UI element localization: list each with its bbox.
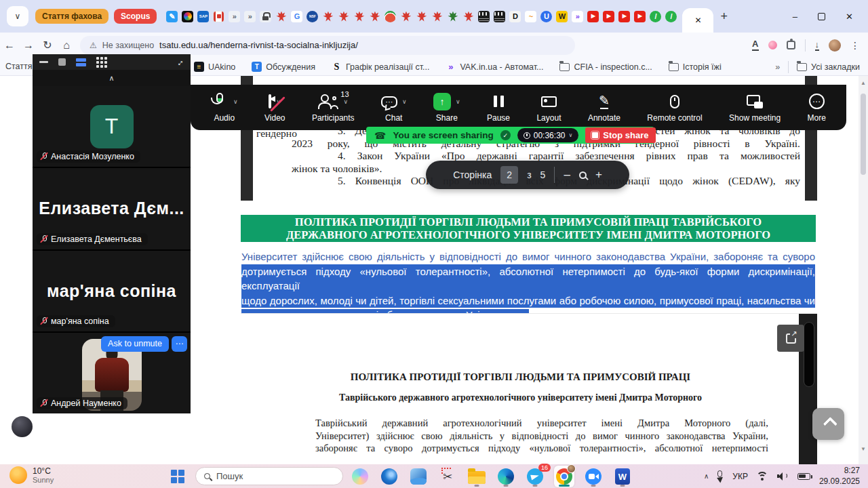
clock-widget[interactable]: 8:27 29.09.2025	[819, 466, 860, 487]
tab-favicon[interactable]: ~	[525, 11, 536, 22]
bookmark-partial[interactable]: Стаття	[5, 62, 33, 71]
tab-favicon[interactable]: »	[572, 11, 583, 22]
participant-tile[interactable]: Ask to unmute⋯Андрей Науменко	[33, 333, 191, 413]
reload-icon[interactable]: ↻	[38, 39, 57, 52]
tab-favicon[interactable]: /	[665, 11, 677, 22]
taskbar-app-thunderbird[interactable]	[379, 466, 399, 487]
scrollbar-thumb[interactable]	[861, 94, 866, 175]
tray-overflow-icon[interactable]: ∧	[704, 472, 709, 480]
wifi-icon[interactable]	[757, 472, 768, 481]
maple-leaf-icon[interactable]	[275, 11, 287, 22]
bookmark-item[interactable]: TОбсуждения	[252, 62, 315, 72]
stop-share-button[interactable]: Stop share	[585, 127, 655, 143]
meeting-timer[interactable]: 00:36:30 ∨	[517, 128, 579, 142]
scrollbar-down-icon[interactable]: ▼	[861, 446, 866, 452]
tab-group-scopus[interactable]: Scopus	[114, 9, 157, 24]
participant-tile[interactable]: TАнастасія Мозуленко	[33, 86, 191, 168]
start-button[interactable]	[171, 470, 184, 483]
embedded-pdf-viewer[interactable]: ПОЛІТИКА ПРОТИДІЇ ТОРГІВЛІ ЛЮДЬМИ ТА ПРИ…	[241, 313, 817, 464]
tab-favicon[interactable]: W	[556, 11, 568, 22]
window-minimize-button[interactable]: –	[793, 12, 797, 22]
tab-favicon[interactable]: ▶	[587, 11, 599, 22]
browser-menu-icon[interactable]: ⋮	[850, 40, 860, 51]
tab-favicon[interactable]: SAP	[197, 11, 209, 22]
toolbar-chat-button[interactable]: ⋯∨Chat	[381, 93, 407, 123]
tab-favicon[interactable]: ▶	[634, 11, 646, 22]
extension-pink-icon[interactable]	[768, 41, 777, 49]
taskbar-app-word[interactable]: W	[612, 466, 633, 487]
bookmark-item[interactable]: »VAK.in.ua - Автомат...	[446, 62, 543, 72]
chevron-down-icon[interactable]: ∨	[233, 98, 238, 105]
bookmark-item[interactable]: ≡UAkino	[194, 62, 235, 72]
toolbar-showmeeting-button[interactable]: Show meeting	[729, 93, 781, 123]
canada-flag-icon[interactable]	[213, 11, 224, 22]
toolbar-audio-button[interactable]: ∨Audio	[211, 93, 238, 123]
tab-favicon[interactable]: G	[291, 11, 302, 22]
color-wheel-icon[interactable]	[182, 11, 193, 22]
collapse-panel-button[interactable]: ∧	[33, 70, 191, 86]
taskbar-app-chrome[interactable]	[554, 466, 574, 487]
taskbar-app-zoomapp[interactable]	[583, 466, 604, 487]
maple-leaf-icon[interactable]	[447, 11, 458, 22]
maple-leaf-icon[interactable]	[431, 11, 443, 22]
participant-tile[interactable]: мар'яна сопінамар'яна сопіна	[33, 251, 191, 333]
toolbar-pause-button[interactable]: Pause	[487, 93, 510, 123]
maple-leaf-icon[interactable]	[338, 11, 349, 22]
toolbar-participants-button[interactable]: 13∨Participants	[312, 93, 355, 123]
zoom-in-button[interactable]: +	[595, 168, 602, 182]
tile-more-button[interactable]: ⋯	[172, 336, 187, 352]
open-in-new-window-button[interactable]: ↗	[777, 325, 804, 352]
clapperboard-icon[interactable]	[478, 11, 490, 22]
active-tab[interactable]: ✕	[682, 8, 713, 33]
weather-widget[interactable]: 10°C Sunny	[9, 466, 54, 484]
taskbar-app-telegram[interactable]: 16	[525, 466, 545, 487]
new-tab-button[interactable]: +	[720, 9, 728, 24]
ask-to-unmute-button[interactable]: Ask to unmute	[101, 336, 169, 352]
back-icon[interactable]: ←	[0, 39, 19, 52]
forward-icon[interactable]: →	[19, 39, 38, 52]
tab-favicon[interactable]: ✎	[166, 11, 178, 22]
expand-panel-icon[interactable]: ↔	[173, 56, 186, 69]
floating-avatar-bubble[interactable]	[12, 416, 33, 437]
volume-icon[interactable]	[777, 472, 789, 481]
tab-favicon[interactable]: D	[509, 11, 521, 22]
tab-favicon[interactable]: U	[540, 11, 552, 22]
profile-avatar[interactable]	[829, 39, 841, 52]
maple-leaf-icon[interactable]	[400, 11, 412, 22]
taskbar-app-folder[interactable]	[467, 466, 487, 487]
window-close-button[interactable]: ✕	[846, 12, 853, 22]
tab-favicon[interactable]: »	[244, 11, 256, 22]
bookmarks-overflow-icon[interactable]: »	[775, 62, 780, 72]
taskbar-app-edge[interactable]	[496, 466, 516, 487]
gallery-view-icon[interactable]	[96, 57, 107, 68]
scroll-to-top-button[interactable]	[812, 408, 844, 440]
browser-scrollbar[interactable]: ▲ ▼	[859, 76, 868, 464]
magnifier-icon[interactable]	[579, 171, 587, 179]
toolbar-remote-button[interactable]: Remote control	[647, 93, 702, 123]
battery-icon[interactable]	[797, 473, 810, 480]
toolbar-layout-button[interactable]: Layout	[536, 93, 561, 123]
chevron-down-icon[interactable]: ∨	[456, 98, 460, 105]
maple-leaf-icon[interactable]	[416, 11, 427, 22]
bookmark-item[interactable]: CFIA - inspection.c...	[559, 62, 652, 72]
window-maximize-button[interactable]	[818, 13, 825, 20]
tab-group-stattia-fahova[interactable]: Стаття фахова	[35, 9, 108, 24]
watermelon-icon[interactable]	[384, 11, 396, 22]
toolbar-more-button[interactable]: ⋯More	[808, 93, 826, 123]
strip-view-icon[interactable]	[76, 58, 86, 66]
language-indicator[interactable]: УКР	[732, 472, 748, 481]
taskbar-app-copilot[interactable]	[350, 466, 370, 487]
tab-favicon[interactable]: NSF	[307, 11, 318, 22]
maple-leaf-icon[interactable]	[369, 11, 380, 22]
minimize-view-icon[interactable]	[39, 61, 48, 63]
tab-favicon[interactable]: ▶	[618, 11, 630, 22]
taskbar-app-photos[interactable]	[408, 466, 429, 487]
taskbar-search[interactable]: Пошук	[195, 467, 343, 485]
translate-icon[interactable]: A	[752, 39, 758, 50]
current-page-input[interactable]: 2	[500, 166, 518, 184]
chevron-down-icon[interactable]: ∨	[343, 98, 348, 105]
home-icon[interactable]: ⌂	[57, 39, 76, 52]
participant-tile[interactable]: Елизавета Дєм...Елизавета Дєментьєва	[33, 168, 191, 250]
tab-favicon[interactable]: ▶	[603, 11, 614, 22]
maple-leaf-icon[interactable]	[353, 11, 365, 22]
